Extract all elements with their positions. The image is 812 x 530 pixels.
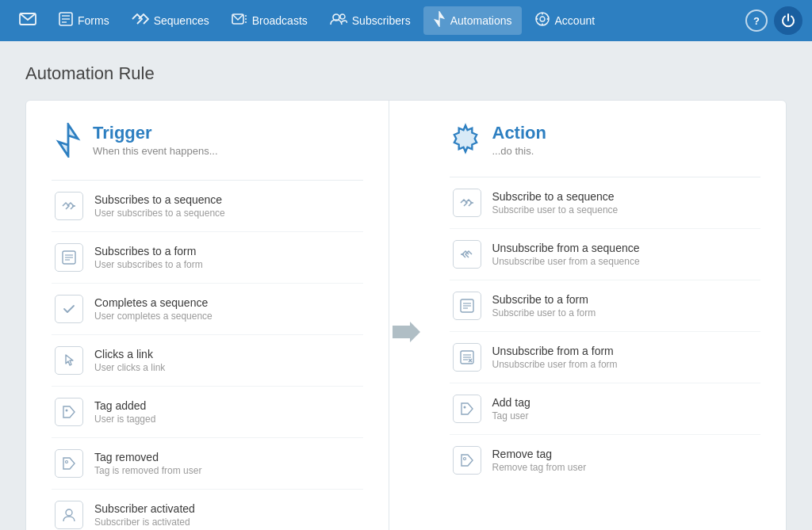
- nav-item-broadcasts[interactable]: Broadcasts: [222, 8, 317, 33]
- trigger-text-subscribes-sequence: Subscribes to a sequence User subscribes…: [94, 193, 225, 219]
- action-item-subscribe-sequence[interactable]: Subscribe to a sequence Subscribe user t…: [450, 177, 761, 229]
- action-seq-icon: [453, 189, 481, 217]
- trigger-bolt-icon: [52, 123, 82, 161]
- arrow-divider: [389, 321, 424, 343]
- action-subtitle: ...do this.: [492, 145, 546, 157]
- action-item-unsubscribe-form[interactable]: Unsubscribe from a form Unsubscribe user…: [450, 332, 761, 383]
- trigger-text-tag-removed: Tag removed Tag is removed from user: [94, 451, 201, 476]
- svg-point-41: [463, 406, 465, 409]
- nav-right: ?: [745, 6, 802, 35]
- svg-point-42: [463, 458, 465, 460]
- trigger-desc-clicks-link: User clicks a link: [94, 362, 165, 373]
- card-body: Trigger When this event happens...: [26, 101, 786, 530]
- automations-icon: [433, 11, 446, 30]
- trigger-desc-subscribes-form: User subscribes to a form: [94, 259, 203, 270]
- check-icon: [55, 295, 83, 323]
- action-item-unsubscribe-sequence[interactable]: Unsubscribe from a sequence Unsubscribe …: [450, 229, 761, 280]
- action-title-remove-tag: Remove tag: [492, 448, 587, 460]
- trigger-title-tag-added: Tag added: [94, 399, 155, 412]
- pointer-icon: [55, 346, 83, 375]
- main-nav: Forms Sequences Broadcast: [0, 0, 812, 41]
- trigger-title-completes-sequence: Completes a sequence: [94, 296, 213, 309]
- action-title-subscribe-form: Subscribe to a form: [492, 293, 596, 306]
- trigger-desc-subscribes-sequence: User subscribes to a sequence: [94, 208, 225, 219]
- sequences-label: Sequences: [154, 14, 209, 27]
- subscribers-icon: [330, 13, 347, 29]
- svg-point-14: [542, 13, 543, 15]
- trigger-subtitle: When this event happens...: [93, 145, 218, 157]
- trigger-title-subscribes-sequence: Subscribes to a sequence: [94, 193, 225, 206]
- tag-filled-icon: [55, 398, 83, 426]
- form-icon: [55, 243, 83, 272]
- svg-point-17: [546, 18, 548, 20]
- power-button[interactable]: [774, 6, 802, 35]
- trigger-item-subscribes-sequence[interactable]: Subscribes to a sequence User subscribes…: [52, 181, 363, 232]
- action-title: Action: [492, 123, 546, 143]
- account-icon: [534, 11, 550, 30]
- trigger-desc-tag-added: User is tagged: [94, 414, 155, 425]
- page-content: Automation Rule Trigger When this event …: [0, 41, 812, 530]
- trigger-item-clicks-link[interactable]: Clicks a link User clicks a link: [52, 335, 363, 387]
- action-unform-icon: [453, 343, 481, 372]
- action-list: Subscribe to a sequence Subscribe user t…: [450, 177, 761, 486]
- help-button[interactable]: ?: [745, 10, 768, 32]
- svg-point-15: [542, 24, 543, 25]
- action-title-unsubscribe-sequence: Unsubscribe from a sequence: [492, 242, 640, 254]
- trigger-item-tag-added[interactable]: Tag added User is tagged: [52, 387, 363, 438]
- tag-outline-icon: [55, 449, 83, 478]
- svg-point-25: [66, 461, 68, 463]
- forms-icon: [59, 12, 73, 29]
- trigger-title-tag-removed: Tag removed: [94, 451, 201, 463]
- trigger-panel: Trigger When this event happens...: [26, 101, 389, 530]
- action-text-add-tag: Add tag Tag user: [492, 396, 530, 421]
- action-title-unsubscribe-form: Unsubscribe from a form: [492, 345, 618, 357]
- trigger-text-completes-sequence: Completes a sequence User completes a se…: [94, 296, 213, 322]
- trigger-item-tag-removed[interactable]: Tag removed Tag is removed from user: [52, 438, 363, 490]
- trigger-header-text: Trigger When this event happens...: [93, 123, 218, 157]
- action-form-icon: [453, 292, 481, 320]
- trigger-list: Subscribes to a sequence User subscribes…: [52, 181, 363, 530]
- mail-icon: [19, 13, 36, 29]
- action-desc-subscribe-sequence: Subscribe user to a sequence: [492, 204, 619, 215]
- nav-item-sequences[interactable]: Sequences: [122, 9, 219, 32]
- action-item-subscribe-form[interactable]: Subscribe to a form Subscribe user to a …: [450, 280, 761, 332]
- nav-item-forms[interactable]: Forms: [49, 7, 119, 34]
- action-header-text: Action ...do this.: [492, 123, 546, 157]
- trigger-title: Trigger: [93, 123, 218, 143]
- trigger-item-completes-sequence[interactable]: Completes a sequence User completes a se…: [52, 284, 363, 335]
- svg-marker-18: [59, 124, 78, 156]
- nav-item-account[interactable]: Account: [525, 6, 605, 35]
- action-text-unsubscribe-sequence: Unsubscribe from a sequence Unsubscribe …: [492, 242, 640, 267]
- action-item-add-tag[interactable]: Add tag Tag user: [450, 383, 761, 435]
- person-icon: [55, 501, 83, 529]
- svg-point-26: [66, 509, 72, 516]
- broadcasts-icon: [232, 13, 247, 29]
- action-desc-add-tag: Tag user: [492, 410, 530, 421]
- trigger-desc-subscriber-activated: Subscriber is activated: [94, 517, 195, 528]
- trigger-text-tag-added: Tag added User is tagged: [94, 399, 155, 425]
- nav-item-subscribers[interactable]: Subscribers: [320, 8, 420, 33]
- sequence-icon: [55, 192, 83, 220]
- trigger-header: Trigger When this event happens...: [52, 123, 363, 161]
- trigger-title-subscriber-activated: Subscriber activated: [94, 502, 195, 515]
- action-gear-icon: [450, 123, 481, 158]
- action-text-subscribe-sequence: Subscribe to a sequence Subscribe user t…: [492, 190, 619, 215]
- action-desc-unsubscribe-sequence: Unsubscribe user from a sequence: [492, 256, 640, 267]
- action-text-subscribe-form: Subscribe to a form Subscribe user to a …: [492, 293, 596, 318]
- trigger-item-subscribes-form[interactable]: Subscribes to a form User subscribes to …: [52, 232, 363, 284]
- svg-point-16: [536, 18, 538, 20]
- account-label: Account: [555, 14, 596, 27]
- action-remove-tag-icon: [453, 446, 481, 475]
- trigger-item-subscriber-activated[interactable]: Subscriber activated Subscriber is activ…: [52, 490, 363, 530]
- trigger-title-clicks-link: Clicks a link: [94, 348, 165, 360]
- nav-item-automations[interactable]: Automations: [423, 6, 522, 35]
- action-panel: Action ...do this.: [424, 101, 787, 530]
- nav-item-mail[interactable]: [10, 8, 46, 33]
- forms-label: Forms: [78, 14, 109, 27]
- action-desc-remove-tag: Remove tag from user: [492, 462, 587, 473]
- action-item-remove-tag[interactable]: Remove tag Remove tag from user: [450, 435, 761, 486]
- action-unseq-icon: [453, 240, 481, 269]
- trigger-text-clicks-link: Clicks a link User clicks a link: [94, 348, 165, 373]
- action-text-unsubscribe-form: Unsubscribe from a form Unsubscribe user…: [492, 345, 618, 370]
- nav-items: Forms Sequences Broadcast: [10, 6, 745, 35]
